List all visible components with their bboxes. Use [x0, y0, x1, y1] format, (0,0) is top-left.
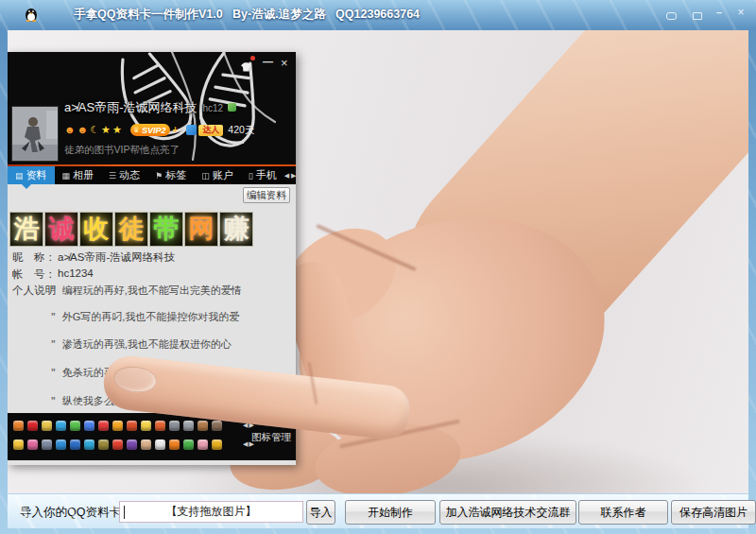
service-icon[interactable] — [198, 421, 208, 431]
service-icon[interactable] — [27, 439, 38, 450]
banner-char: 带 — [149, 212, 183, 247]
tab-albums[interactable]: ▦相册 — [55, 166, 102, 184]
daren-badge[interactable]: 达人 — [198, 125, 223, 136]
service-icon[interactable] — [183, 439, 194, 450]
badge-row: ☻ ☻ ☾ ★ ★ ♛SVIP2 + 达人 420天 — [64, 123, 254, 137]
import-label: 导入你的QQ资料卡： — [20, 505, 132, 521]
svip-badge[interactable]: ♛SVIP2 — [130, 124, 171, 136]
service-icon[interactable] — [155, 421, 165, 431]
level-sun-icon: ☻ — [64, 125, 76, 135]
mini-photo-icon — [228, 103, 236, 112]
banner-char: 诚 — [44, 212, 78, 247]
title-bar: 手拿QQ资料卡一件制作V1.0 By-浩诚.追梦之路 QQ1239663764 … — [0, 0, 756, 28]
join-group-button[interactable]: 加入浩诚网络技术交流群 — [439, 500, 576, 525]
id-card-icon: ▤ — [15, 171, 24, 181]
card-close-icon[interactable]: × — [281, 56, 288, 70]
change-outfit-icon[interactable] — [240, 59, 252, 76]
restore-button[interactable] — [690, 7, 705, 21]
import-button[interactable]: 导入 — [306, 500, 335, 525]
phone-icon: ▯ — [249, 171, 253, 181]
level-star-icon: ★ — [112, 125, 122, 135]
edit-profile-button[interactable]: 编辑资料 — [243, 187, 290, 203]
service-icon[interactable] — [42, 439, 52, 450]
nickname-field: 昵 称：a≯AS帝雨-浩诚网络科技 — [12, 250, 291, 265]
service-icon[interactable] — [112, 439, 123, 450]
account-field: 帐 号：hc1234 — [12, 267, 291, 282]
service-icon[interactable] — [70, 421, 80, 431]
service-icon[interactable] — [70, 439, 80, 450]
close-button[interactable]: × — [733, 7, 748, 21]
tab-profile[interactable]: ▤资料 — [8, 166, 55, 184]
app-window: 手拿QQ资料卡一件制作V1.0 By-浩诚.追梦之路 QQ1239663764 … — [0, 0, 756, 534]
personal-desc-label: 个人说明 — [12, 284, 56, 298]
tab-feeds[interactable]: ☰动态 — [101, 166, 147, 184]
active-tab-pointer — [22, 184, 31, 189]
notification-dot — [250, 56, 255, 60]
list-icon: ☰ — [109, 171, 116, 181]
service-icon[interactable] — [98, 421, 109, 431]
tab-scroll-arrows-icon[interactable]: ◀▶ — [284, 172, 301, 180]
service-icon[interactable] — [212, 421, 222, 431]
service-icon[interactable] — [212, 439, 222, 450]
level-star-icon: ★ — [101, 125, 111, 135]
window-title: 手拿QQ资料卡一件制作V1.0 By-浩诚.追梦之路 QQ1239663764 — [74, 7, 420, 23]
start-make-button[interactable]: 开始制作 — [345, 500, 436, 525]
text-caret — [124, 506, 125, 519]
service-icon[interactable] — [169, 421, 180, 431]
banner-char: 浩 — [9, 212, 43, 247]
icon-manage-button[interactable]: 图标管理 — [251, 431, 291, 444]
icon-row — [13, 420, 222, 431]
service-icon[interactable] — [141, 421, 151, 431]
tab-mobile[interactable]: ▯手机 — [241, 166, 284, 184]
card-minimize-icon[interactable]: — — [263, 56, 273, 67]
photo-icon: ▦ — [62, 171, 71, 181]
service-icon[interactable] — [112, 421, 123, 431]
banner-char: 赚 — [219, 212, 253, 247]
service-icon[interactable] — [169, 439, 180, 450]
daren-icon — [186, 125, 197, 135]
card-tab-bar: ▤资料 ▦相册 ☰动态 ⚑标签 ◫账户 ▯手机 ◀▶ — [8, 166, 296, 184]
service-icon[interactable] — [183, 421, 194, 431]
service-icon[interactable] — [84, 439, 94, 450]
banner-char: 收 — [79, 212, 113, 247]
service-icon[interactable] — [56, 439, 66, 450]
svip-plus: + — [172, 125, 178, 135]
service-icon[interactable] — [42, 421, 52, 431]
crown-icon: ♛ — [133, 126, 140, 134]
service-icon[interactable] — [127, 421, 137, 431]
card-short-id: hc12 — [203, 103, 224, 113]
service-icon[interactable] — [98, 439, 109, 450]
input-placeholder: 【支持拖放图片】 — [166, 504, 257, 520]
service-icon[interactable] — [56, 421, 66, 431]
service-icon[interactable] — [13, 421, 24, 431]
banner-char: 徒 — [114, 212, 148, 247]
service-icon[interactable] — [155, 439, 165, 450]
bottom-toolbar: 导入你的QQ资料卡： 【支持拖放图片】 导入 开始制作 加入浩诚网络技术交流群 … — [8, 493, 748, 528]
card-nickname: a≯AS帝雨-浩诚网络科技 — [64, 100, 198, 114]
service-icon[interactable] — [127, 439, 137, 450]
card-header: — × a≯AS帝雨-浩诚网络科技hc12 — [8, 52, 296, 164]
chat-bubble-button[interactable] — [663, 7, 679, 21]
desc-line: "渗透玩的再强,我也不能提权进你的心 — [51, 337, 232, 352]
minimize-button[interactable]: – — [712, 7, 727, 21]
service-icon[interactable] — [13, 439, 24, 450]
contact-author-button[interactable]: 联系作者 — [578, 500, 668, 525]
icon-row — [13, 439, 222, 450]
daren-days: 420天 — [228, 124, 254, 137]
avatar — [11, 106, 59, 162]
service-icon[interactable] — [84, 421, 94, 431]
bookmark-icon: ⚑ — [155, 171, 163, 181]
briefcase-icon: ◫ — [201, 171, 210, 181]
service-icon[interactable] — [141, 439, 151, 450]
service-icon[interactable] — [198, 439, 208, 450]
desc-line: "编程玩的再好,我也不能写出完美的爱情 — [51, 284, 242, 298]
tab-account[interactable]: ◫账户 — [194, 166, 241, 184]
level-moon-icon: ☾ — [90, 125, 99, 135]
import-path-input[interactable]: 【支持拖放图片】 — [119, 501, 303, 523]
banner-char: 网 — [184, 212, 218, 247]
qq-penguin-icon — [25, 7, 38, 26]
status-text: 徒弟的图书VIP帮他点亮了 — [64, 144, 180, 157]
service-icon[interactable] — [27, 421, 38, 431]
save-hd-image-button[interactable]: 保存高清图片 — [671, 500, 756, 525]
tab-tags[interactable]: ⚑标签 — [147, 166, 194, 184]
